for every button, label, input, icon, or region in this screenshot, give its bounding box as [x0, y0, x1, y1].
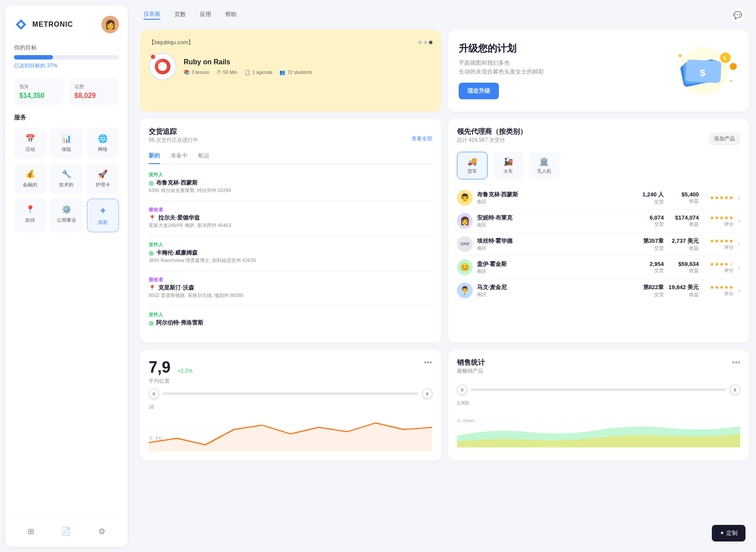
sidebar-footer: ⊞ 📄 ⚙	[14, 517, 119, 536]
svg-text:$: $	[723, 55, 726, 61]
service-activity[interactable]: 📅 活动	[14, 128, 46, 159]
course-url: 【biqubiqu.com】	[149, 38, 194, 46]
topnav: 仪表板 页数 应用 帮助 💬	[133, 0, 756, 30]
service-financial[interactable]: 💰 金融的	[14, 163, 46, 194]
range-handle-right[interactable]: ⏸	[422, 388, 432, 399]
addr-4: 8502 普雷斯顿路, 英格尔伍德, 缅因州 98380	[149, 292, 432, 299]
customize-button[interactable]: ✦ 定制	[712, 525, 746, 542]
activity-icon: 📅	[25, 134, 35, 143]
sales-range-left[interactable]: ⏸	[457, 384, 467, 395]
agent-tab-truck[interactable]: 🚚 货车	[457, 152, 488, 179]
nav-help[interactable]: 帮助	[225, 10, 237, 19]
location-icon-4: 📍	[149, 285, 156, 291]
course-card: 【biqubiqu.com】 ⭕ Ruby on Rails 📚	[140, 30, 441, 112]
agent-arrow-4[interactable]: ›	[738, 264, 740, 271]
tab-new[interactable]: 新的	[149, 152, 160, 164]
course-dot-red	[151, 55, 155, 59]
stat-growth: +2.2%	[178, 368, 192, 374]
star-label-2: 评分	[703, 221, 734, 227]
add-icon: +	[100, 205, 106, 217]
range-handle-left[interactable]: ⏸	[149, 388, 159, 399]
clock-icon: ⏱	[216, 70, 221, 75]
more-button-right[interactable]: •••	[732, 358, 740, 367]
agent-info-1: 布鲁克林·西蒙斯 南区	[477, 191, 519, 205]
agent-tab-train[interactable]: 🚂 火车	[493, 152, 523, 179]
range-track[interactable]	[163, 392, 418, 395]
service-network[interactable]: 🌐 网络	[87, 128, 119, 159]
sales-range-track[interactable]	[471, 388, 727, 391]
tab-preparing[interactable]: 准备中	[171, 152, 188, 164]
tab-shipping[interactable]: 船运	[198, 152, 209, 164]
divider-4	[149, 306, 432, 306]
svg-text:★: ★	[677, 52, 683, 59]
trans-value-5: 第822章	[633, 283, 664, 291]
network-label: 网络	[98, 146, 108, 153]
trans-value-3: 第357章	[633, 237, 664, 245]
user-avatar[interactable]: 👩	[101, 16, 119, 33]
budget-value: $14,350	[19, 92, 59, 100]
name-3: ◎ 卡梅伦·威廉姆森	[149, 249, 432, 257]
agent-region-5: 南区	[477, 291, 507, 298]
earn-label-2: 收益	[668, 221, 699, 227]
svg-point-7	[730, 63, 737, 70]
agent-trans-4: 2,954 交货	[633, 261, 664, 274]
agent-region-1: 南区	[477, 199, 519, 205]
nav-pages[interactable]: 页数	[174, 10, 186, 19]
divider-2	[149, 236, 432, 236]
public-label: 公用事业	[57, 217, 76, 224]
divider-1	[149, 201, 432, 201]
document-icon[interactable]: 📄	[61, 527, 71, 536]
settings-icon[interactable]: ⚙	[98, 527, 105, 536]
agent-tab-drone[interactable]: 🏛️ 无人机	[529, 152, 560, 179]
course-title: Ruby on Rails	[184, 58, 432, 66]
agent-earn-2: $174,074 收益	[668, 214, 699, 227]
upgrade-text: 升级您的计划 平面插图和我们多色 生动的未混合紫色头发女士的精彩 现在升级	[459, 42, 544, 99]
add-product-button[interactable]: 添加产品	[709, 133, 740, 145]
star-label-3: 评分	[703, 244, 734, 251]
stars-1: ★★★★★	[703, 195, 734, 201]
progress-bar-fill	[14, 55, 53, 59]
service-insurance[interactable]: 📊 保险	[50, 128, 82, 159]
service-public[interactable]: ⚙️ 公用事业	[50, 199, 82, 232]
service-reception[interactable]: 📍 款待	[14, 199, 46, 232]
service-nursing[interactable]: 🚀 护理卡	[87, 163, 119, 194]
chart-labels: 10	[149, 404, 432, 409]
delivery-title-group: 交货追踪 56 次交付正在进行中	[149, 127, 198, 150]
chat-button[interactable]: 💬	[730, 7, 746, 23]
delivery-item-3: 发件人 ◎ 卡梅伦·威廉姆森 3891 Ranchview 理查森博士, 加利福…	[149, 241, 432, 264]
agent-arrow-2[interactable]: ›	[738, 217, 740, 224]
agent-earn-1: $5,400 收益	[668, 191, 699, 204]
reception-icon: 📍	[25, 205, 35, 214]
agent-arrow-5[interactable]: ›	[738, 287, 740, 294]
agent-trans-1: 1,240 人 交货	[633, 191, 664, 205]
bottom-right-card: 销售统计 最畅销产品 ••• ⏸ ⏸ 3,000	[448, 349, 749, 461]
sales-range-right[interactable]: ⏸	[730, 384, 740, 395]
upgrade-button[interactable]: 现在升级	[459, 83, 499, 99]
nav-apps[interactable]: 应用	[200, 10, 211, 19]
bottom-left-header: 7,9 +2.2% 平均位置 •••	[149, 358, 432, 385]
view-all-link[interactable]: 查看全部	[411, 135, 432, 143]
agenda-value: 1 agenda	[252, 70, 272, 75]
agent-arrow-1[interactable]: ›	[738, 194, 740, 201]
stars-5: ★★★★★	[703, 284, 734, 290]
course-card-header: 【biqubiqu.com】	[149, 38, 432, 46]
stars-2: ★★★★★	[703, 215, 734, 221]
layers-icon[interactable]: ⊞	[28, 527, 34, 536]
nav-dashboard[interactable]: 仪表板	[143, 10, 160, 20]
service-add[interactable]: + 添新	[87, 199, 119, 232]
budget-card: 预算 $14,350	[14, 78, 64, 105]
delivery-title: 交货追踪	[149, 127, 198, 136]
agent-stars-3: ★★★★★ 评分	[703, 238, 734, 251]
agent-trans-2: 6,074 交货	[633, 214, 664, 227]
service-tech[interactable]: 🔧 技术的	[50, 163, 82, 194]
chart-y-3000: 3,000	[457, 400, 469, 405]
trans-label-4: 交货	[633, 267, 664, 274]
agent-avatar-5: 👨‍💼	[457, 283, 473, 298]
agent-row-4: 😊 盖伊·霍金斯 南区 2,954 交货 $59,634 收益 ★★★★★ 评分	[457, 256, 741, 279]
app-name: METRONIC	[32, 21, 73, 28]
agent-arrow-3[interactable]: ›	[738, 241, 740, 248]
more-button-left[interactable]: •••	[424, 358, 432, 367]
main-area: 仪表板 页数 应用 帮助 💬 【biqubiqu.com】 ⭕	[133, 0, 756, 552]
sales-title: 销售统计	[457, 358, 485, 367]
role-2: 接收者	[149, 206, 432, 213]
